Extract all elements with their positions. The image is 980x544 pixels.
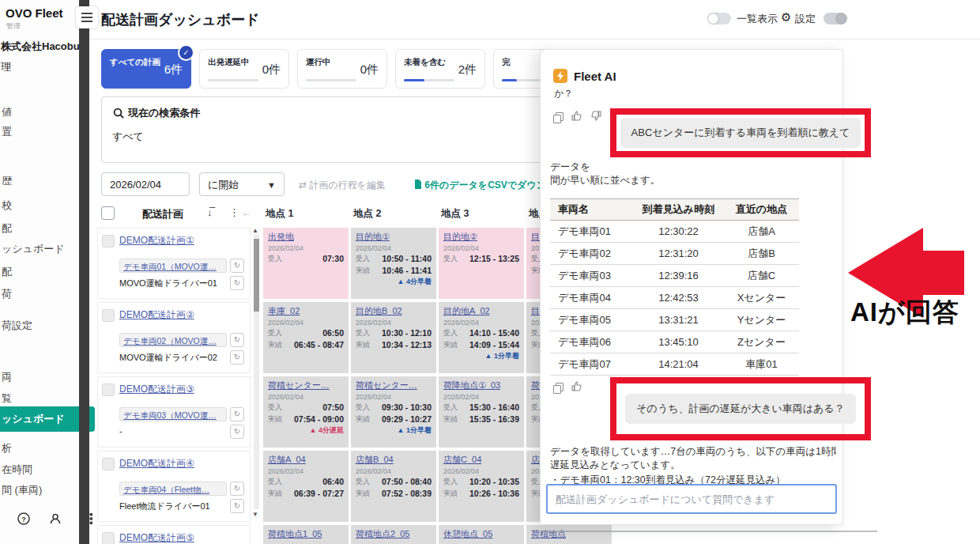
row-checkbox[interactable] [102,383,115,396]
sidebar-item-12[interactable]: 析 [0,441,81,455]
thumbs-up-icon[interactable] [571,110,582,124]
scroll-down-icon[interactable]: ▼ [252,511,258,518]
ai-table-cell: 店舗C [724,269,799,283]
refresh-icon[interactable]: ↻ [230,499,244,513]
sidebar-item-2[interactable]: 歴 [0,174,81,188]
stop-name-link[interactable]: 出発地 [268,231,344,243]
plan-link[interactable]: DEMO配送計画① [119,234,194,247]
sidebar-item-3[interactable]: 校 [0,198,81,213]
help-icon[interactable]: ? [17,512,30,525]
kebab-menu-icon[interactable]: ⋮ [229,206,239,218]
sidebar-item-6[interactable]: 配 [0,265,81,279]
row-checkbox[interactable] [102,458,115,470]
ai-answer-2-line1: データを取得しています…7台の車両のうち、以下の車両は1時間以 [550,445,836,459]
sidebar-item-1[interactable]: 置 [0,125,81,139]
stop-name-link[interactable]: 店舗A_04 [268,454,344,466]
plan-link[interactable]: DEMO配送計画③ [119,383,194,396]
ai-table-cell: 店舗A [724,225,799,239]
filter-tab-3[interactable]: 未着を含む2件 [395,49,485,89]
stop-date: 2026/02/04 [443,319,519,327]
plan-link[interactable]: DEMO配送計画⑤ [119,531,194,544]
refresh-icon[interactable]: ↻ [230,276,244,290]
time-value: 06:50 [322,328,344,338]
stop-name-link[interactable]: 荷積センター… [268,380,344,391]
secondary-toggle[interactable] [824,13,847,25]
time-label: 実績 [443,489,458,499]
stop-name-link[interactable]: 目的地B_02 [356,305,432,317]
ai-table-row: デモ車両0412:42:53Xセンター [550,287,799,309]
time-value: 06:40 [322,477,344,487]
plan-link[interactable]: DEMO配送計画② [119,308,194,322]
filter-tab-2[interactable]: 運行中0件 [297,49,387,89]
refresh-icon[interactable]: ↻ [230,259,244,273]
user-icon[interactable] [49,512,62,525]
filter-tab-0[interactable]: すべての計画6件✓ [101,49,191,89]
date-input[interactable]: 2026/02/04 [101,172,190,196]
stop-column-header-1: 地点 1 [266,207,293,221]
sidebar-item-7[interactable]: 荷 [0,287,81,301]
collapse-left-icon[interactable]: ← [242,207,251,218]
stop-time-line: 実績10:34 - 12:13 [356,340,432,350]
sidebar-item-14[interactable]: 間 (車両) [0,483,81,497]
vehicle-link[interactable]: デモ車両03（MOVO運… [119,407,227,421]
tab-label: 出発遅延中 [208,57,250,68]
stop-name-link[interactable]: 休憩地点_05 [443,528,519,540]
stop-name-link[interactable]: 車庫_02 [268,305,344,317]
select-all-checkbox[interactable] [101,206,115,220]
time-label: 実績 [443,414,458,425]
stop-time-line: 受入06:50 [268,328,344,338]
svg-text:?: ? [21,516,26,523]
stop-time-line: 実績15:35 - 16:39 [443,414,519,425]
stop-name-link[interactable]: 荷積地点1_05 [268,528,344,540]
vehicle-link[interactable]: デモ車両02（MOVO運… [119,333,227,347]
sidebar-item-9[interactable]: 両 [0,370,81,384]
list-view-toggle[interactable] [707,13,731,25]
refresh-icon[interactable]: ↻ [230,333,244,347]
ai-arrival-table: 車両名到着見込み時刻直近の地点デモ車両0112:30:22店舗Aデモ車両0212… [550,198,799,376]
stop-cell: 出発地2026/02/04受入07:30 [263,228,349,299]
stop-name-link[interactable]: 店舗C_04 [443,454,519,466]
row-checkbox[interactable] [102,309,115,322]
sidebar-item-8[interactable]: 荷設定 [0,319,81,333]
sidebar-item-5[interactable]: ッシュボード [0,242,81,256]
thumbs-down-icon[interactable] [591,110,601,124]
vehicle-link[interactable]: デモ車両04（Fleet物… [119,482,227,496]
ai-question-input[interactable] [546,484,837,514]
stop-name-link[interactable]: 目的地② [443,231,519,243]
copy-icon[interactable] [553,383,562,392]
filter-tab-1[interactable]: 出発遅延中0件 [199,49,289,89]
stop-name-link[interactable]: 目的地A_02 [443,305,519,317]
copy-icon[interactable] [553,112,562,122]
time-label: 受入 [443,477,458,487]
stop-name-link[interactable]: 荷積地点2_05 [356,528,432,540]
row-checkbox[interactable] [102,532,115,544]
sidebar-item-0[interactable]: 値 [0,105,81,119]
plan-list-scrollbar-thumb[interactable] [254,239,259,312]
stop-name-link[interactable]: 荷降地点①_03 [443,380,519,391]
edit-itinerary-button[interactable]: ⇄ 計画の行程を編集 [299,179,386,192]
refresh-icon[interactable]: ↻ [230,482,244,496]
gear-icon[interactable]: ⚙ [781,10,791,25]
scroll-up-icon[interactable]: ▲ [252,227,258,234]
tab-label: 運行中 [306,57,331,68]
stop-time-line: 受入15:30 - 16:40 [443,402,519,413]
hamburger-menu-button[interactable] [76,6,98,28]
start-mode-select[interactable]: に開始 ▼ [199,172,285,196]
time-label: 受入 [356,328,370,338]
sidebar-item-4[interactable]: 配 [0,221,81,236]
sidebar-item-13[interactable]: 在時間 [0,463,81,477]
stop-name-link[interactable]: 目的地① [356,231,432,243]
refresh-icon[interactable]: ↻ [230,350,244,365]
refresh-icon[interactable]: ↻ [230,407,244,421]
stop-name-link[interactable]: 店舗B_04 [356,454,432,466]
settings-button[interactable]: 設定 [795,12,816,26]
sidebar-item-10[interactable]: 覧 [0,391,81,406]
vehicle-link[interactable]: デモ車両01（MOVO運… [119,259,227,273]
stop-cell: 荷積地点 [526,525,612,544]
thumbs-up-icon[interactable] [571,380,582,395]
sort-icon[interactable]: ↓̅ [207,206,213,218]
stop-name-link[interactable]: 荷積センター… [356,380,432,391]
plan-link[interactable]: DEMO配送計画④ [119,457,194,470]
refresh-icon[interactable]: ↻ [230,425,244,439]
row-checkbox[interactable] [102,235,115,247]
